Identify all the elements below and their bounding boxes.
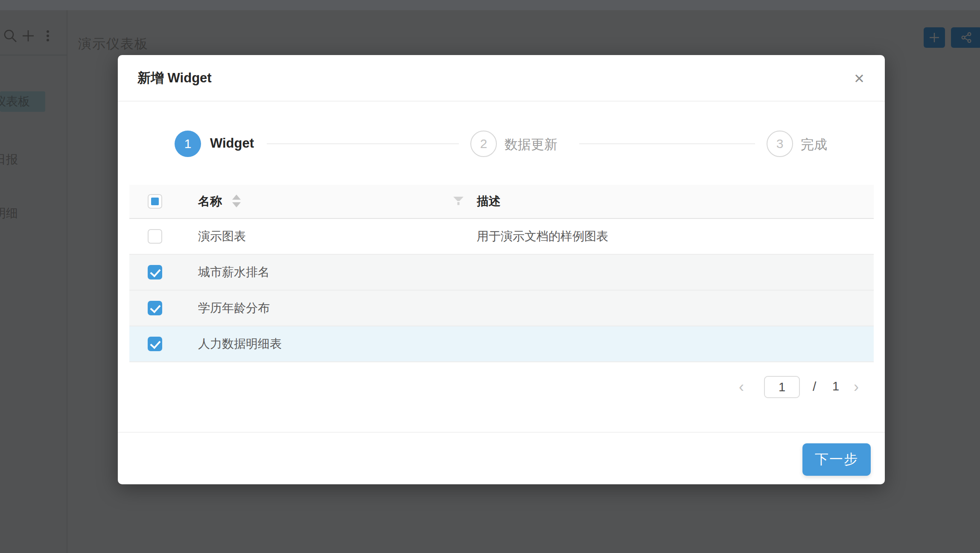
step-connector — [579, 143, 755, 144]
row-checkbox[interactable] — [148, 265, 162, 279]
column-header-description: 描述 — [477, 193, 501, 210]
next-step-button[interactable]: 下一步 — [802, 443, 871, 476]
step-1-label: Widget — [210, 136, 254, 151]
row-checkbox[interactable] — [148, 337, 162, 351]
step-2-circle: 2 — [470, 131, 497, 157]
row-name: 人力数据明细表 — [198, 336, 282, 352]
wizard-stepper: 1 Widget 2 数据更新 3 完成 — [118, 131, 885, 158]
modal-header: 新增 Widget ✕ — [118, 55, 885, 102]
add-widget-modal: 新增 Widget ✕ 1 Widget 2 数据更新 3 完成 名称 描述 — [118, 55, 885, 484]
pagination: ‹ 1 / 1 › — [118, 376, 874, 399]
next-page-icon[interactable]: › — [854, 378, 859, 396]
row-name: 城市薪水排名 — [198, 264, 270, 280]
row-name: 学历年龄分布 — [198, 300, 270, 316]
filter-icon[interactable] — [452, 195, 465, 208]
step-connector — [267, 143, 459, 144]
table-row[interactable]: 学历年龄分布 — [129, 291, 874, 326]
step-3-label: 完成 — [801, 136, 827, 154]
browser-chrome-strip — [0, 0, 980, 10]
page-separator: / — [813, 379, 816, 394]
step-3-circle: 3 — [767, 131, 793, 157]
step-2-label: 数据更新 — [505, 136, 557, 154]
table-row[interactable]: 城市薪水排名 — [129, 255, 874, 291]
modal-footer: 下一步 — [118, 432, 885, 484]
table-header-row: 名称 描述 — [129, 185, 874, 219]
close-icon[interactable]: ✕ — [851, 71, 868, 88]
table-row[interactable]: 人力数据明细表 — [129, 326, 874, 362]
step-1-circle: 1 — [175, 131, 201, 157]
column-header-name[interactable]: 名称 — [198, 193, 222, 210]
table-row[interactable]: 演示图表 用于演示文档的样例图表 — [129, 219, 874, 255]
sort-icon[interactable] — [232, 195, 241, 208]
row-description: 用于演示文档的样例图表 — [477, 228, 608, 244]
modal-title: 新增 Widget — [137, 69, 212, 87]
total-pages: 1 — [832, 379, 839, 393]
page-number-input[interactable]: 1 — [764, 376, 800, 398]
select-all-checkbox[interactable] — [148, 194, 162, 209]
row-checkbox[interactable] — [148, 229, 162, 244]
row-name: 演示图表 — [198, 228, 246, 244]
row-checkbox[interactable] — [148, 301, 162, 315]
previous-page-icon[interactable]: ‹ — [739, 378, 744, 396]
widget-table: 名称 描述 演示图表 用于演示文档的样例图表 城市薪水排名 — [129, 185, 874, 362]
